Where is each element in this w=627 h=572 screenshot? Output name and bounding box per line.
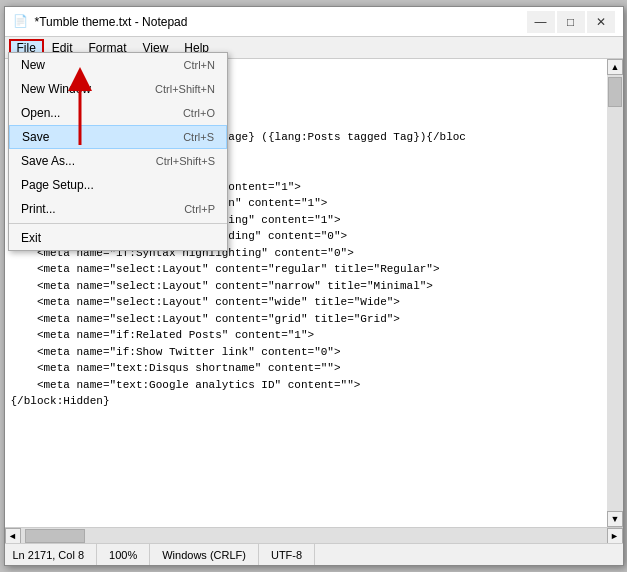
scroll-down-button[interactable]: ▼ — [607, 511, 623, 527]
menu-save[interactable]: Save Ctrl+S — [9, 125, 227, 149]
minimize-button[interactable]: — — [527, 11, 555, 33]
status-bar: Ln 2171, Col 8 100% Windows (CRLF) UTF-8 — [5, 543, 623, 565]
scroll-left-button[interactable]: ◄ — [5, 528, 21, 544]
maximize-button[interactable]: □ — [557, 11, 585, 33]
h-scroll-track[interactable] — [21, 528, 607, 543]
menu-exit[interactable]: Exit — [9, 226, 227, 250]
scroll-track[interactable] — [607, 75, 623, 511]
status-charset: UTF-8 — [259, 544, 315, 565]
scroll-up-button[interactable]: ▲ — [607, 59, 623, 75]
menu-print[interactable]: Print... Ctrl+P — [9, 197, 227, 221]
status-line-col: Ln 2171, Col 8 — [13, 544, 98, 565]
status-encoding: Windows (CRLF) — [150, 544, 259, 565]
scroll-right-button[interactable]: ► — [607, 528, 623, 544]
horizontal-scrollbar[interactable]: ◄ ► — [5, 527, 623, 543]
notepad-window: 📄 *Tumble theme.txt - Notepad — □ ✕ File… — [4, 6, 624, 566]
menu-save-as[interactable]: Save As... Ctrl+Shift+S — [9, 149, 227, 173]
menu-open[interactable]: Open... Ctrl+O — [9, 101, 227, 125]
scroll-thumb[interactable] — [608, 77, 622, 107]
menu-page-setup[interactable]: Page Setup... — [9, 173, 227, 197]
menu-new[interactable]: New Ctrl+N — [9, 53, 227, 77]
menu-separator — [9, 223, 227, 224]
window-title: *Tumble theme.txt - Notepad — [35, 15, 527, 29]
app-icon: 📄 — [13, 14, 29, 30]
h-scroll-thumb[interactable] — [25, 529, 85, 543]
save-arrow-indicator — [60, 65, 100, 155]
title-bar: 📄 *Tumble theme.txt - Notepad — □ ✕ — [5, 7, 623, 37]
status-zoom: 100% — [97, 544, 150, 565]
menu-new-window[interactable]: New Window Ctrl+Shift+N — [9, 77, 227, 101]
window-controls: — □ ✕ — [527, 11, 615, 33]
file-dropdown: New Ctrl+N New Window Ctrl+Shift+N Open.… — [8, 52, 228, 251]
close-button[interactable]: ✕ — [587, 11, 615, 33]
vertical-scrollbar[interactable]: ▲ ▼ — [607, 59, 623, 527]
